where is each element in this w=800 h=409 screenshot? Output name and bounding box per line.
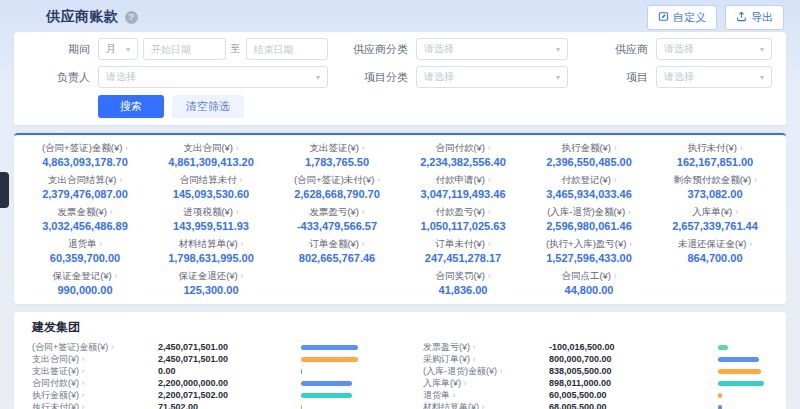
- filter-supplier: 供应商 请选择 ▾: [586, 38, 772, 60]
- end-date-input[interactable]: [246, 38, 329, 60]
- stat-value: 1,527,596,433.00: [528, 252, 650, 264]
- group-summary-panel: 建发集团 (合同+签证)金额(¥) ›2,450,071,501.00支出合同(…: [14, 312, 786, 409]
- stat-cell[interactable]: 付款申请(¥) ›3,047,119,493.46: [400, 172, 526, 202]
- stat-cell[interactable]: 付款登记(¥) ›3,465,934,033.46: [526, 172, 652, 202]
- chevron-right-icon: ›: [464, 378, 467, 388]
- stat-cell[interactable]: 退货单 ›60,359,700.00: [22, 236, 148, 266]
- clear-filters-button[interactable]: 清空筛选: [172, 95, 244, 118]
- chevron-right-icon: ›: [488, 207, 491, 217]
- chevron-right-icon: ›: [362, 207, 365, 217]
- stat-label: 订单未付(¥) ›: [402, 238, 524, 251]
- stat-cell[interactable]: 保证金退还(¥) ›125,300.00: [148, 268, 274, 298]
- stat-label: (入库-退货)金额(¥) ›: [528, 206, 650, 219]
- stat-value: 1,783,765.50: [276, 156, 398, 168]
- stat-cell[interactable]: 支出合同结算(¥) ›2,379,476,087.00: [22, 172, 148, 202]
- filter-actions: 搜索 清空筛选: [28, 95, 772, 118]
- select-placeholder: 请选择: [424, 42, 454, 56]
- stat-cell[interactable]: 发票金额(¥) ›3,032,456,486.89: [22, 204, 148, 234]
- stat-value: 2,596,980,061.46: [528, 220, 650, 232]
- stat-label: 付款申请(¥) ›: [402, 174, 524, 187]
- stat-value: 373,082.00: [654, 188, 776, 200]
- metric-bar-track: [718, 369, 764, 374]
- group-metric-value: 0.00: [158, 366, 262, 376]
- group-metric-row: 支出合同(¥) ›2,450,071,501.00: [32, 353, 377, 365]
- metric-bar-track: [301, 381, 373, 386]
- stat-cell[interactable]: 合同付款(¥) ›2,234,382,556.40: [400, 140, 526, 170]
- project-category-select[interactable]: 请选择 ▾: [416, 66, 568, 88]
- stat-cell[interactable]: 剩余预付款金额(¥) ›373,082.00: [652, 172, 778, 202]
- owner-select[interactable]: 请选择 ▾: [98, 66, 328, 88]
- sidebar-drawer-handle[interactable]: [0, 172, 9, 208]
- stat-cell[interactable]: 合同奖罚(¥) ›41,836.00: [400, 268, 526, 298]
- chevron-right-icon: ›: [125, 143, 128, 153]
- stat-cell[interactable]: 入库单(¥) ›2,657,339,761.44: [652, 204, 778, 234]
- header-actions: 自定义 导出: [647, 5, 784, 30]
- stat-value: 4,863,093,178.70: [24, 156, 146, 168]
- stat-cell[interactable]: (执行+入库)盈亏(¥) ›1,527,596,433.00: [526, 236, 652, 266]
- filter-panel: 期间 月 ▾ 至 供应商分类 请选择 ▾ 供应商 请选择: [14, 32, 786, 125]
- stat-value: 125,300.00: [150, 284, 272, 296]
- period-unit-select[interactable]: 月 ▾: [98, 38, 138, 60]
- group-metric-value: 898,011,000.00: [549, 378, 653, 388]
- group-grid: (合同+签证)金额(¥) ›2,450,071,501.00支出合同(¥) ›2…: [32, 341, 768, 409]
- supplier-select[interactable]: 请选择 ▾: [656, 38, 772, 60]
- chevron-down-icon: ▾: [756, 73, 764, 82]
- group-metric-value: 2,450,071,501.00: [158, 342, 262, 352]
- stat-cell[interactable]: 执行未付(¥) ›162,167,851.00: [652, 140, 778, 170]
- metric-bar: [718, 381, 764, 386]
- group-metric-row: 执行未付(¥) ›71,502.00: [32, 401, 377, 409]
- chevron-right-icon: ›: [629, 239, 632, 249]
- stat-cell[interactable]: (入库-退货)金额(¥) ›2,596,980,061.46: [526, 204, 652, 234]
- select-placeholder: 请选择: [106, 70, 136, 84]
- group-metric-value: 71,502.00: [158, 402, 262, 409]
- metric-bar: [301, 345, 358, 350]
- select-placeholder: 请选择: [664, 42, 694, 56]
- export-icon: [736, 11, 747, 24]
- group-col-left: (合同+签证)金额(¥) ›2,450,071,501.00支出合同(¥) ›2…: [32, 341, 377, 409]
- metric-bar: [718, 369, 761, 374]
- stat-cell[interactable]: 合同结算未付 ›145,093,530.60: [148, 172, 274, 202]
- filter-period: 期间 月 ▾ 至: [28, 38, 328, 60]
- stat-cell[interactable]: 订单金额(¥) ›802,665,767.46: [274, 236, 400, 266]
- export-button[interactable]: 导出: [725, 5, 784, 30]
- stat-cell[interactable]: 支出合同(¥) ›4,861,309,413.20: [148, 140, 274, 170]
- customize-button[interactable]: 自定义: [647, 5, 717, 30]
- group-metric-row: 采购订单(¥) ›800,000,700.00: [423, 353, 768, 365]
- chevron-right-icon: ›: [614, 175, 617, 185]
- stat-cell[interactable]: 付款盈亏(¥) ›1,050,117,025.63: [400, 204, 526, 234]
- stat-cell[interactable]: (合同+签证)金额(¥) ›4,863,093,178.70: [22, 140, 148, 170]
- stat-cell[interactable]: 订单未付(¥) ›247,451,278.17: [400, 236, 526, 266]
- stat-label: 保证金退还(¥) ›: [150, 270, 272, 283]
- metric-bar: [301, 357, 358, 362]
- stat-cell[interactable]: 发票盈亏(¥) ›-433,479,566.57: [274, 204, 400, 234]
- chevron-down-icon: ▾: [756, 45, 764, 54]
- stat-cell[interactable]: 进项税额(¥) ›143,959,511.93: [148, 204, 274, 234]
- stat-value: 2,379,476,087.00: [24, 188, 146, 200]
- chevron-right-icon: ›: [362, 143, 365, 153]
- stat-cell[interactable]: 未退还保证金(¥) ›864,700.00: [652, 236, 778, 266]
- group-metric-label[interactable]: 执行未付(¥) ›: [32, 401, 158, 409]
- stat-cell[interactable]: (合同+签证)未付(¥) ›2,628,668,790.70: [274, 172, 400, 202]
- stat-label: 支出签证(¥) ›: [276, 142, 398, 155]
- filter-project-category: 项目分类 请选择 ▾: [346, 66, 568, 88]
- stat-value: -433,479,566.57: [276, 220, 398, 232]
- stat-label: (执行+入库)盈亏(¥) ›: [528, 238, 650, 251]
- stat-cell[interactable]: 材料结算单(¥) ›1,798,631,995.00: [148, 236, 274, 266]
- chevron-right-icon: ›: [240, 271, 243, 281]
- stat-value: 247,451,278.17: [402, 252, 524, 264]
- group-col-right: 发票盈亏(¥) ›-100,016,500.00采购订单(¥) ›800,000…: [423, 341, 768, 409]
- chevron-right-icon: ›: [110, 207, 113, 217]
- group-metric-label[interactable]: 材料结算单(¥) ›: [423, 401, 549, 409]
- stat-cell[interactable]: 支出签证(¥) ›1,783,765.50: [274, 140, 400, 170]
- search-button[interactable]: 搜索: [98, 95, 164, 118]
- group-metric-value: -100,016,500.00: [549, 342, 653, 352]
- start-date-input[interactable]: [143, 38, 226, 60]
- stat-cell[interactable]: 合同点工(¥) ›44,800.00: [526, 268, 652, 298]
- help-icon[interactable]: ?: [125, 11, 138, 24]
- supplier-category-select[interactable]: 请选择 ▾: [416, 38, 568, 60]
- stat-cell[interactable]: 执行金额(¥) ›2,396,550,485.00: [526, 140, 652, 170]
- stat-cell[interactable]: 保证金登记(¥) ›990,000.00: [22, 268, 148, 298]
- project-select[interactable]: 请选择 ▾: [656, 66, 772, 88]
- chevron-right-icon: ›: [119, 175, 122, 185]
- stat-label: 材料结算单(¥) ›: [150, 238, 272, 251]
